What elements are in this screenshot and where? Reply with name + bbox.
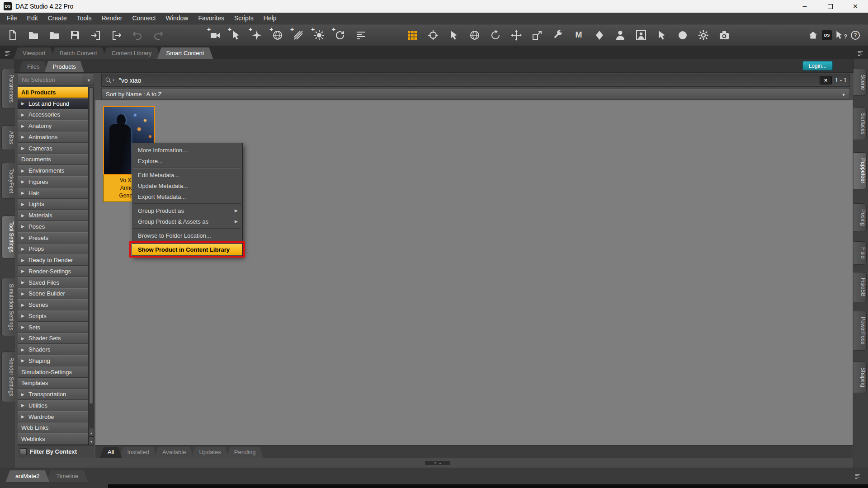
- left-dock-tab[interactable]: Tool Settings: [1, 216, 14, 258]
- status-tab[interactable]: Pending: [226, 447, 264, 458]
- menu-item[interactable]: Edit: [22, 13, 43, 24]
- expand-arrow-icon[interactable]: ▶: [21, 392, 28, 397]
- category-item[interactable]: ▶ Presets: [18, 232, 88, 244]
- pane-tab[interactable]: Viewport: [14, 47, 54, 59]
- expand-arrow-icon[interactable]: ▶: [21, 258, 28, 263]
- expand-arrow-icon[interactable]: ▶: [21, 403, 28, 408]
- menu-item[interactable]: Render: [96, 13, 127, 24]
- sort-dropdown[interactable]: Sort by Name : A to Z: [101, 88, 850, 100]
- left-dock-tab[interactable]: Simulation Settings: [1, 278, 14, 336]
- merge-scene-button[interactable]: [46, 27, 62, 43]
- expand-arrow-icon[interactable]: ▶: [21, 247, 28, 251]
- category-item[interactable]: Web Links: [18, 422, 88, 434]
- expand-arrow-icon[interactable]: ▶: [21, 101, 28, 106]
- pane-tab[interactable]: Content Library: [103, 47, 161, 59]
- expand-arrow-icon[interactable]: ▶: [21, 235, 28, 240]
- expand-arrow-icon[interactable]: ▶: [21, 291, 28, 296]
- right-dock-tab[interactable]: Puppeteer: [854, 152, 867, 189]
- category-item[interactable]: ▶ Figures: [18, 176, 88, 188]
- universal-manipulator-button[interactable]: [404, 27, 420, 43]
- context-menu-item[interactable]: Group Product & Assets as ▶: [132, 216, 242, 227]
- right-dock-tab[interactable]: PowerPose: [854, 311, 867, 350]
- expand-arrow-icon[interactable]: ▶: [21, 280, 28, 285]
- new-dforce-wind-button[interactable]: [290, 27, 307, 43]
- filter-by-context-checkbox[interactable]: [20, 448, 27, 455]
- scroll-up-button[interactable]: [89, 428, 94, 436]
- expand-arrow-icon[interactable]: ▶: [21, 336, 28, 341]
- category-item[interactable]: All Products: [18, 87, 88, 98]
- category-item[interactable]: ▶ Environments: [18, 165, 88, 176]
- expand-arrow-icon[interactable]: ▶: [21, 169, 28, 173]
- left-dock-tab[interactable]: ABas: [1, 125, 14, 150]
- scene-navigator-button[interactable]: [425, 27, 441, 43]
- category-item[interactable]: Templates: [18, 378, 88, 389]
- scroll-down-button[interactable]: [89, 436, 94, 445]
- active-pose-button[interactable]: [467, 27, 483, 43]
- pane-tab[interactable]: Batch Convert: [51, 47, 106, 59]
- redo-button[interactable]: [150, 27, 166, 43]
- clear-search-button[interactable]: [820, 76, 832, 84]
- context-menu-item[interactable]: Show Product in Content Library: [132, 244, 242, 255]
- import-button[interactable]: [88, 27, 104, 43]
- category-item[interactable]: ▶ Scenes: [18, 299, 88, 310]
- figure-selection-button[interactable]: [612, 27, 628, 43]
- category-item[interactable]: ▶ Scripts: [18, 310, 88, 322]
- save-scene-button[interactable]: [67, 27, 83, 43]
- context-menu-item[interactable]: More Information...: [132, 145, 242, 155]
- context-menu-item[interactable]: Explore...: [132, 155, 242, 166]
- transfer-utility-button[interactable]: [633, 27, 649, 43]
- new-null-button[interactable]: [332, 27, 348, 43]
- left-dock-tab[interactable]: Parameters: [1, 69, 14, 108]
- expand-arrow-icon[interactable]: ▶: [21, 191, 28, 195]
- expand-arrow-icon[interactable]: ▶: [21, 224, 28, 229]
- category-item[interactable]: ▶ Saved Files: [18, 277, 88, 288]
- category-item[interactable]: ▶ Anatomy: [18, 120, 88, 131]
- menu-item[interactable]: Favorites: [193, 13, 229, 24]
- context-menu-item[interactable]: Update Metadata...: [132, 180, 242, 191]
- expand-arrow-icon[interactable]: ▶: [21, 325, 28, 329]
- category-item[interactable]: ▶ Animations: [18, 131, 88, 143]
- category-item[interactable]: ▶ Render-Settings: [18, 266, 88, 277]
- new-scene-button[interactable]: [5, 27, 21, 43]
- joint-editor-button[interactable]: [550, 27, 566, 43]
- maximize-button[interactable]: [817, 0, 843, 13]
- measure-metrics-button[interactable]: [571, 27, 587, 43]
- surface-selection-button[interactable]: [675, 27, 691, 43]
- scrollbar-thumb[interactable]: [89, 88, 94, 404]
- category-item[interactable]: ▶ Materials: [18, 210, 88, 221]
- menu-item[interactable]: Window: [161, 13, 193, 24]
- category-item[interactable]: ▶ Hair: [18, 188, 88, 199]
- status-tab[interactable]: All: [100, 447, 122, 458]
- open-scene-button[interactable]: [25, 27, 42, 43]
- daz-home-button[interactable]: [807, 27, 819, 43]
- subtab[interactable]: Products: [44, 61, 84, 72]
- pane-tab[interactable]: Smart Content: [157, 47, 213, 59]
- menu-item[interactable]: Help: [259, 13, 282, 24]
- menu-item[interactable]: Connect: [127, 13, 160, 24]
- category-item[interactable]: ▶ Sets: [18, 322, 88, 333]
- status-tab[interactable]: Available: [155, 447, 194, 458]
- menu-item[interactable]: Scripts: [229, 13, 259, 24]
- node-selection-button[interactable]: [446, 27, 462, 43]
- whats-this-button[interactable]: [835, 27, 847, 43]
- category-item[interactable]: ▶ Props: [18, 244, 88, 255]
- bottom-tab[interactable]: Timeline: [46, 470, 88, 482]
- category-scrollbar[interactable]: [88, 87, 94, 445]
- menu-item[interactable]: File: [2, 13, 22, 24]
- pane-menu-button-bottom[interactable]: [852, 471, 863, 482]
- right-dock-tab[interactable]: Scene: [854, 69, 867, 96]
- rotate-tool-button[interactable]: [487, 27, 504, 43]
- status-tab[interactable]: Updates: [191, 447, 228, 458]
- category-item[interactable]: ▶ Ready to Render: [18, 254, 88, 266]
- category-item[interactable]: ▶ Lost and Found: [18, 98, 88, 109]
- expand-arrow-icon[interactable]: ▶: [21, 202, 28, 206]
- expand-arrow-icon[interactable]: ▶: [21, 179, 28, 184]
- category-item[interactable]: ▶ Lights: [18, 199, 88, 210]
- category-item[interactable]: ▶ Shaders: [18, 344, 88, 355]
- category-item[interactable]: ▶ Scene Builder: [18, 288, 88, 300]
- expand-arrow-icon[interactable]: ▶: [21, 146, 28, 150]
- expand-arrow-icon[interactable]: ▶: [21, 358, 28, 363]
- minimize-button[interactable]: [792, 0, 817, 13]
- new-environment-button[interactable]: [269, 27, 286, 43]
- search-options-button[interactable]: [105, 77, 114, 84]
